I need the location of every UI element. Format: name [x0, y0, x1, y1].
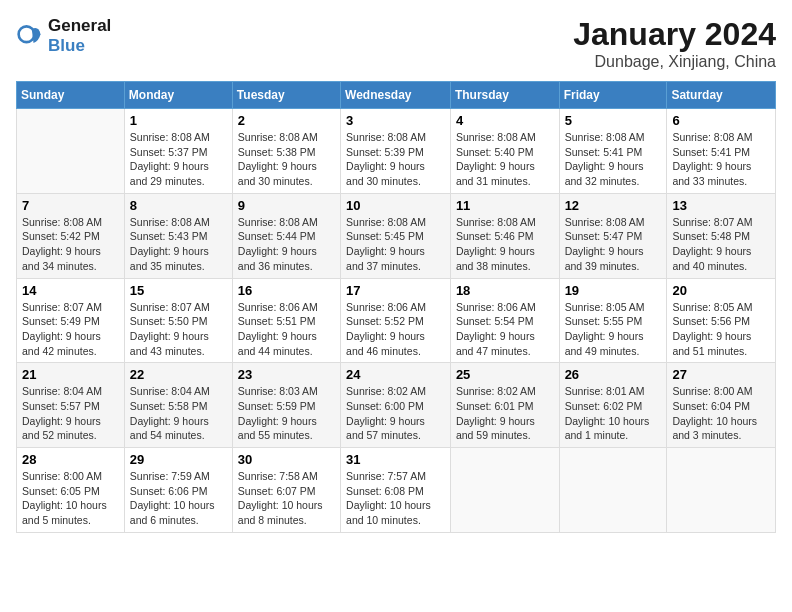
- day-number: 30: [238, 452, 335, 467]
- calendar-cell: 25 Sunrise: 8:02 AMSunset: 6:01 PMDaylig…: [450, 363, 559, 448]
- day-info: Sunrise: 8:08 AMSunset: 5:46 PMDaylight:…: [456, 215, 554, 274]
- day-info: Sunrise: 8:07 AMSunset: 5:50 PMDaylight:…: [130, 300, 227, 359]
- calendar-cell: 5 Sunrise: 8:08 AMSunset: 5:41 PMDayligh…: [559, 109, 667, 194]
- calendar-cell: 9 Sunrise: 8:08 AMSunset: 5:44 PMDayligh…: [232, 193, 340, 278]
- day-info: Sunrise: 8:08 AMSunset: 5:39 PMDaylight:…: [346, 130, 445, 189]
- week-row-4: 21 Sunrise: 8:04 AMSunset: 5:57 PMDaylig…: [17, 363, 776, 448]
- day-info: Sunrise: 8:08 AMSunset: 5:40 PMDaylight:…: [456, 130, 554, 189]
- calendar-cell: 31 Sunrise: 7:57 AMSunset: 6:08 PMDaylig…: [341, 448, 451, 533]
- calendar-cell: 12 Sunrise: 8:08 AMSunset: 5:47 PMDaylig…: [559, 193, 667, 278]
- day-number: 6: [672, 113, 770, 128]
- day-number: 25: [456, 367, 554, 382]
- calendar-cell: 16 Sunrise: 8:06 AMSunset: 5:51 PMDaylig…: [232, 278, 340, 363]
- day-number: 23: [238, 367, 335, 382]
- header-wednesday: Wednesday: [341, 82, 451, 109]
- day-info: Sunrise: 8:08 AMSunset: 5:47 PMDaylight:…: [565, 215, 662, 274]
- day-number: 17: [346, 283, 445, 298]
- header-saturday: Saturday: [667, 82, 776, 109]
- day-number: 26: [565, 367, 662, 382]
- calendar-cell: 2 Sunrise: 8:08 AMSunset: 5:38 PMDayligh…: [232, 109, 340, 194]
- day-number: 19: [565, 283, 662, 298]
- day-number: 29: [130, 452, 227, 467]
- day-number: 24: [346, 367, 445, 382]
- day-info: Sunrise: 7:59 AMSunset: 6:06 PMDaylight:…: [130, 469, 227, 528]
- day-info: Sunrise: 8:08 AMSunset: 5:38 PMDaylight:…: [238, 130, 335, 189]
- calendar-cell: 17 Sunrise: 8:06 AMSunset: 5:52 PMDaylig…: [341, 278, 451, 363]
- logo: General Blue: [16, 16, 111, 56]
- day-info: Sunrise: 8:05 AMSunset: 5:55 PMDaylight:…: [565, 300, 662, 359]
- calendar-cell: 11 Sunrise: 8:08 AMSunset: 5:46 PMDaylig…: [450, 193, 559, 278]
- day-number: 21: [22, 367, 119, 382]
- day-info: Sunrise: 8:08 AMSunset: 5:44 PMDaylight:…: [238, 215, 335, 274]
- calendar-cell: 15 Sunrise: 8:07 AMSunset: 5:50 PMDaylig…: [124, 278, 232, 363]
- week-row-2: 7 Sunrise: 8:08 AMSunset: 5:42 PMDayligh…: [17, 193, 776, 278]
- day-info: Sunrise: 7:58 AMSunset: 6:07 PMDaylight:…: [238, 469, 335, 528]
- calendar-cell: 20 Sunrise: 8:05 AMSunset: 5:56 PMDaylig…: [667, 278, 776, 363]
- day-number: 14: [22, 283, 119, 298]
- day-number: 5: [565, 113, 662, 128]
- day-number: 2: [238, 113, 335, 128]
- day-number: 20: [672, 283, 770, 298]
- day-info: Sunrise: 8:05 AMSunset: 5:56 PMDaylight:…: [672, 300, 770, 359]
- day-info: Sunrise: 8:08 AMSunset: 5:41 PMDaylight:…: [672, 130, 770, 189]
- header-row: SundayMondayTuesdayWednesdayThursdayFrid…: [17, 82, 776, 109]
- week-row-5: 28 Sunrise: 8:00 AMSunset: 6:05 PMDaylig…: [17, 448, 776, 533]
- calendar-cell: 23 Sunrise: 8:03 AMSunset: 5:59 PMDaylig…: [232, 363, 340, 448]
- day-info: Sunrise: 8:08 AMSunset: 5:45 PMDaylight:…: [346, 215, 445, 274]
- calendar-cell: [17, 109, 125, 194]
- logo-text: General Blue: [48, 16, 111, 56]
- calendar-title: January 2024: [573, 16, 776, 53]
- header-tuesday: Tuesday: [232, 82, 340, 109]
- day-number: 8: [130, 198, 227, 213]
- day-number: 12: [565, 198, 662, 213]
- calendar-cell: 10 Sunrise: 8:08 AMSunset: 5:45 PMDaylig…: [341, 193, 451, 278]
- calendar-cell: 13 Sunrise: 8:07 AMSunset: 5:48 PMDaylig…: [667, 193, 776, 278]
- day-number: 16: [238, 283, 335, 298]
- calendar-subtitle: Dunbage, Xinjiang, China: [573, 53, 776, 71]
- calendar-cell: 6 Sunrise: 8:08 AMSunset: 5:41 PMDayligh…: [667, 109, 776, 194]
- day-number: 15: [130, 283, 227, 298]
- calendar-cell: 21 Sunrise: 8:04 AMSunset: 5:57 PMDaylig…: [17, 363, 125, 448]
- day-info: Sunrise: 8:03 AMSunset: 5:59 PMDaylight:…: [238, 384, 335, 443]
- calendar-cell: 3 Sunrise: 8:08 AMSunset: 5:39 PMDayligh…: [341, 109, 451, 194]
- calendar-cell: [559, 448, 667, 533]
- calendar-cell: 26 Sunrise: 8:01 AMSunset: 6:02 PMDaylig…: [559, 363, 667, 448]
- calendar-cell: 30 Sunrise: 7:58 AMSunset: 6:07 PMDaylig…: [232, 448, 340, 533]
- calendar-cell: 29 Sunrise: 7:59 AMSunset: 6:06 PMDaylig…: [124, 448, 232, 533]
- day-number: 10: [346, 198, 445, 213]
- calendar-cell: 7 Sunrise: 8:08 AMSunset: 5:42 PMDayligh…: [17, 193, 125, 278]
- day-info: Sunrise: 8:06 AMSunset: 5:51 PMDaylight:…: [238, 300, 335, 359]
- title-block: January 2024 Dunbage, Xinjiang, China: [573, 16, 776, 71]
- calendar-cell: 19 Sunrise: 8:05 AMSunset: 5:55 PMDaylig…: [559, 278, 667, 363]
- calendar-cell: 22 Sunrise: 8:04 AMSunset: 5:58 PMDaylig…: [124, 363, 232, 448]
- day-info: Sunrise: 8:06 AMSunset: 5:54 PMDaylight:…: [456, 300, 554, 359]
- calendar-cell: 27 Sunrise: 8:00 AMSunset: 6:04 PMDaylig…: [667, 363, 776, 448]
- day-info: Sunrise: 8:06 AMSunset: 5:52 PMDaylight:…: [346, 300, 445, 359]
- day-info: Sunrise: 8:08 AMSunset: 5:43 PMDaylight:…: [130, 215, 227, 274]
- calendar-cell: 24 Sunrise: 8:02 AMSunset: 6:00 PMDaylig…: [341, 363, 451, 448]
- calendar-table: SundayMondayTuesdayWednesdayThursdayFrid…: [16, 81, 776, 533]
- day-number: 7: [22, 198, 119, 213]
- day-number: 22: [130, 367, 227, 382]
- day-number: 28: [22, 452, 119, 467]
- calendar-cell: 28 Sunrise: 8:00 AMSunset: 6:05 PMDaylig…: [17, 448, 125, 533]
- header-monday: Monday: [124, 82, 232, 109]
- day-info: Sunrise: 8:07 AMSunset: 5:49 PMDaylight:…: [22, 300, 119, 359]
- day-number: 27: [672, 367, 770, 382]
- calendar-cell: [667, 448, 776, 533]
- day-info: Sunrise: 8:08 AMSunset: 5:41 PMDaylight:…: [565, 130, 662, 189]
- calendar-cell: 4 Sunrise: 8:08 AMSunset: 5:40 PMDayligh…: [450, 109, 559, 194]
- day-info: Sunrise: 8:08 AMSunset: 5:42 PMDaylight:…: [22, 215, 119, 274]
- week-row-1: 1 Sunrise: 8:08 AMSunset: 5:37 PMDayligh…: [17, 109, 776, 194]
- day-number: 31: [346, 452, 445, 467]
- day-info: Sunrise: 7:57 AMSunset: 6:08 PMDaylight:…: [346, 469, 445, 528]
- day-info: Sunrise: 8:02 AMSunset: 6:00 PMDaylight:…: [346, 384, 445, 443]
- day-info: Sunrise: 8:00 AMSunset: 6:05 PMDaylight:…: [22, 469, 119, 528]
- week-row-3: 14 Sunrise: 8:07 AMSunset: 5:49 PMDaylig…: [17, 278, 776, 363]
- calendar-cell: [450, 448, 559, 533]
- day-info: Sunrise: 8:08 AMSunset: 5:37 PMDaylight:…: [130, 130, 227, 189]
- day-number: 18: [456, 283, 554, 298]
- day-number: 4: [456, 113, 554, 128]
- day-number: 1: [130, 113, 227, 128]
- day-number: 13: [672, 198, 770, 213]
